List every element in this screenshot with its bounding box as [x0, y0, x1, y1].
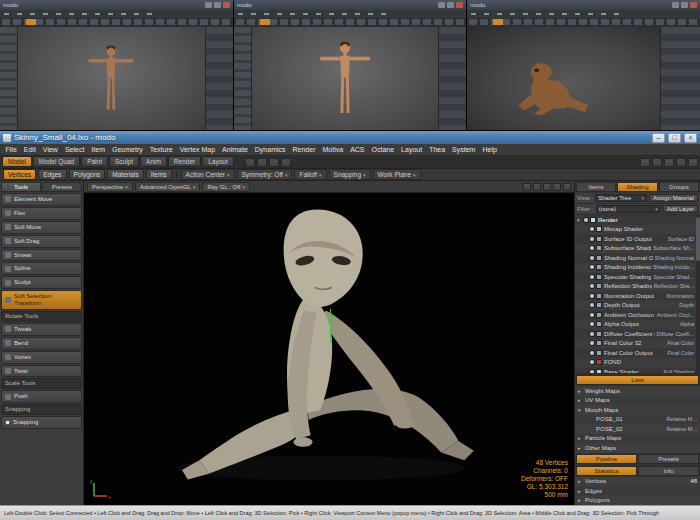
tool-option-button[interactable]: Snapping▾ [329, 169, 371, 180]
mini-side-panel[interactable] [660, 27, 700, 130]
viewport-icon[interactable] [543, 183, 551, 191]
panel-tab[interactable]: Items [576, 182, 616, 192]
menu-item[interactable]: Octane [368, 146, 398, 153]
tool-option-button[interactable]: Action Center▾ [181, 169, 235, 180]
visibility-toggle-icon[interactable] [590, 294, 594, 298]
toolbar-icon[interactable] [652, 158, 662, 167]
layout-tab[interactable]: Paint [81, 156, 108, 167]
assign-material-button[interactable]: Assign Material [649, 194, 698, 202]
menu-item[interactable]: Item [88, 146, 109, 153]
shader-tree-row[interactable]: Subsurface Shading O... Subsurface Sh... [575, 244, 700, 254]
expand-arrow-icon[interactable]: ▾ [578, 407, 583, 413]
map-list-row[interactable]: POSE_02 Relative M... [575, 424, 700, 434]
visibility-toggle-icon[interactable] [590, 227, 594, 231]
expand-arrow-icon[interactable]: ▸ [578, 445, 583, 451]
panel-tab[interactable]: Lists [576, 375, 699, 385]
visibility-toggle-icon[interactable] [590, 322, 594, 326]
menu-item[interactable]: Motiva [319, 146, 347, 153]
expand-arrow-icon[interactable]: ▸ [578, 388, 583, 394]
visibility-toggle-icon[interactable] [590, 360, 594, 364]
mini-3d-viewport[interactable] [467, 27, 660, 130]
mini-window-3-titlebar[interactable]: modo [467, 0, 700, 10]
viewport-icon[interactable] [563, 183, 571, 191]
menu-item[interactable]: Thea [426, 146, 449, 153]
shader-tree-row[interactable]: Diffuse Coefficient O... Diffuse Coeffi.… [575, 329, 700, 339]
panel-tab[interactable]: Groups [659, 182, 699, 192]
tool-button[interactable]: Element Move [1, 193, 82, 206]
tool-option-button[interactable]: Symmetry: Off▾ [237, 169, 293, 180]
menu-item[interactable]: Layout [398, 146, 426, 153]
expand-arrow-icon[interactable]: ▸ [578, 478, 583, 484]
selection-mode-button[interactable]: Vertices [3, 169, 36, 180]
toolbar-icon[interactable] [281, 158, 291, 167]
shader-tree-row[interactable]: Final Color 32 Final Color [575, 339, 700, 349]
tool-button[interactable]: Vortex [1, 351, 82, 364]
visibility-toggle-icon[interactable] [590, 341, 594, 345]
visibility-toggle-icon[interactable] [590, 246, 594, 250]
map-list-row[interactable]: ▾ Morph Maps [575, 405, 700, 415]
shader-tree-row[interactable]: Ambient Occlusion O... Ambient Occl... [575, 310, 700, 320]
close-icon[interactable] [223, 2, 230, 8]
layout-tab[interactable]: Model Quad [33, 156, 80, 167]
minimize-button[interactable]: – [652, 133, 665, 143]
tool-button[interactable]: Twist [1, 365, 82, 378]
selection-mode-button[interactable]: Edges [38, 169, 66, 180]
mini-3d-viewport[interactable] [18, 27, 205, 130]
panel-tab[interactable]: Presets [638, 454, 699, 464]
menu-item[interactable]: Help [479, 146, 500, 153]
maximize-icon[interactable] [447, 2, 454, 8]
menu-item[interactable]: View [39, 146, 61, 153]
shader-tree-row[interactable]: Shading Normal Outp... Shading Normal [575, 253, 700, 263]
close-icon[interactable] [690, 2, 697, 8]
visibility-toggle-icon[interactable] [590, 313, 594, 317]
visibility-toggle-icon[interactable] [590, 332, 594, 336]
mini-tool-column[interactable] [0, 27, 18, 130]
toolbar-icon[interactable] [688, 158, 698, 167]
map-list-row[interactable]: ▸ Weight Maps [575, 386, 700, 396]
visibility-toggle-icon[interactable] [590, 370, 594, 374]
maximize-icon[interactable] [681, 2, 688, 8]
shader-tree-row[interactable]: ▾ Render [575, 215, 700, 225]
scrollbar[interactable] [696, 215, 700, 373]
statistics-row[interactable]: ▸ Polygons [575, 496, 700, 506]
tool-button[interactable]: Flex [1, 207, 82, 220]
viewport-header-dropdown[interactable]: Ray GL : Off▾ [202, 182, 250, 192]
view-dropdown[interactable]: Shader Tree▾ [595, 194, 647, 202]
expand-arrow-icon[interactable]: ▸ [578, 397, 583, 403]
maximize-button[interactable]: □ [668, 133, 681, 143]
minimize-icon[interactable] [205, 2, 212, 8]
panel-tab[interactable]: Shading [617, 182, 657, 192]
tool-option-button[interactable]: Falloff▾ [294, 169, 326, 180]
toolbox-tab[interactable]: Presets [42, 182, 82, 192]
viewport-icon[interactable] [533, 183, 541, 191]
panel-tab[interactable]: Info [638, 466, 699, 476]
shader-tree-row[interactable]: Base Shader Full Shading [575, 367, 700, 374]
expand-arrow-icon[interactable]: ▸ [578, 488, 583, 494]
selection-mode-button[interactable]: Items [146, 169, 172, 180]
visibility-toggle-icon[interactable] [590, 256, 594, 260]
tool-button[interactable]: Tweak [1, 323, 82, 336]
tool-option-button[interactable]: Work Plane▾ [373, 169, 421, 180]
menu-item[interactable]: Texture [146, 146, 176, 153]
layout-tab[interactable]: Model [2, 156, 32, 167]
shader-tree-row[interactable]: Surface ID Output Surface ID [575, 234, 700, 244]
mini-window-1-titlebar[interactable]: modo [0, 0, 233, 10]
menu-item[interactable]: Edit [20, 146, 39, 153]
selection-mode-button[interactable]: Polygons [69, 169, 106, 180]
panel-tab[interactable]: Statistics [576, 466, 637, 476]
mini-3d-viewport[interactable] [252, 27, 439, 130]
viewport-icon[interactable] [523, 183, 531, 191]
tool-button[interactable]: Soft Move [1, 221, 82, 234]
visibility-toggle-icon[interactable] [590, 284, 594, 288]
visibility-toggle-icon[interactable] [584, 218, 588, 222]
panel-tab[interactable]: Pipeline [576, 454, 637, 464]
shader-tree-row[interactable]: Illumination Output Illumination [575, 291, 700, 301]
titlebar[interactable]: Skinny_Small_04.lxo - modo – □ × [0, 131, 700, 144]
visibility-toggle-icon[interactable] [590, 303, 594, 307]
visibility-toggle-icon[interactable] [590, 275, 594, 279]
map-list-row[interactable]: POSE_01 Relative M... [575, 415, 700, 425]
menu-item[interactable]: Select [61, 146, 87, 153]
visibility-toggle-icon[interactable] [590, 265, 594, 269]
viewport-icon[interactable] [553, 183, 561, 191]
statistics-row[interactable]: ▸ Edges [575, 486, 700, 496]
